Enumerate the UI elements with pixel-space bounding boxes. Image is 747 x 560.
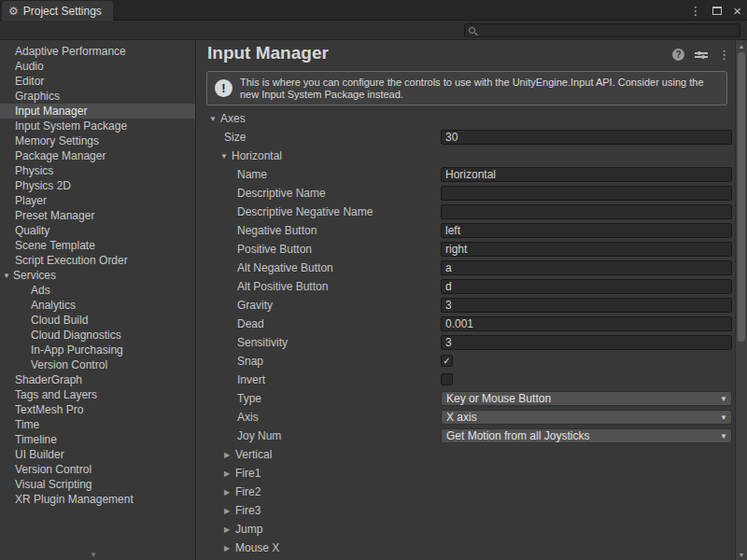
alt-positive-button-row: Alt Positive Button	[197, 277, 735, 296]
foldout-label: Jump	[235, 523, 262, 536]
sidebar-item-label: Timeline	[15, 433, 57, 446]
descriptive-name-row: Descriptive Name	[197, 184, 735, 203]
sidebar-item-xr-plugin-management[interactable]: XR Plugin Management	[0, 492, 195, 507]
sidebar-scroll-down-icon[interactable]: ▼	[90, 551, 97, 559]
context-menu-icon[interactable]: ⋮	[718, 49, 730, 61]
tab-title: Project Settings	[23, 5, 102, 18]
foldout-label: Vertical	[235, 448, 272, 461]
jump-foldout[interactable]: ▶ Jump	[197, 520, 735, 539]
close-icon[interactable]: ×	[733, 4, 741, 18]
sidebar-item-label: UI Builder	[15, 448, 64, 461]
sidebar-item-audio[interactable]: Audio	[0, 59, 195, 74]
window-controls: ⋮ ×	[689, 0, 741, 21]
mouse-x-foldout[interactable]: ▶ Mouse X	[197, 539, 735, 557]
search-input[interactable]	[479, 25, 736, 36]
sidebar-item-preset-manager[interactable]: Preset Manager	[0, 208, 195, 223]
sidebar-item-shadergraph[interactable]: ShaderGraph	[0, 372, 195, 387]
sidebar-item-input-system-package[interactable]: Input System Package	[0, 119, 195, 133]
alt-negative-button-row: Alt Negative Button	[197, 259, 735, 277]
property-label: Negative Button	[237, 224, 317, 237]
sidebar-item-textmesh-pro[interactable]: TextMesh Pro	[0, 402, 195, 417]
foldout-closed-icon: ▶	[224, 544, 235, 553]
property-label: Joy Num	[237, 429, 281, 442]
sidebar-item-label: Graphics	[15, 90, 60, 103]
alt-negative-button-field[interactable]	[441, 260, 732, 275]
sidebar-item-in-app-purchasing[interactable]: In-App Purchasing	[0, 343, 195, 357]
horizontal-foldout[interactable]: ▼ Horizontal	[197, 147, 735, 165]
snap-checkbox[interactable]: ✓	[441, 355, 453, 367]
sidebar-item-label: Visual Scripting	[15, 478, 92, 491]
sidebar-item-player[interactable]: Player	[0, 193, 195, 208]
tab-project-settings[interactable]: ⚙ Project Settings	[2, 1, 113, 21]
sidebar-item-adaptive-performance[interactable]: Adaptive Performance	[0, 44, 195, 59]
dead-field[interactable]	[441, 316, 732, 331]
descriptive-name-field[interactable]	[441, 186, 732, 201]
info-text: This is where you can configure the cont…	[240, 77, 719, 101]
sidebar-item-label: ShaderGraph	[15, 373, 82, 386]
sidebar-item-input-manager[interactable]: Input Manager	[0, 104, 195, 119]
sidebar-item-services[interactable]: ▼Services	[0, 268, 195, 283]
scroll-down-icon[interactable]: ▼	[736, 549, 747, 560]
sidebar-item-physics[interactable]: Physics	[0, 163, 195, 178]
sidebar-item-visual-scripting[interactable]: Visual Scripting	[0, 477, 195, 492]
sidebar-item-cloud-diagnostics[interactable]: Cloud Diagnostics	[0, 328, 195, 343]
size-field[interactable]	[441, 130, 732, 145]
sidebar-item-graphics[interactable]: Graphics	[0, 89, 195, 104]
invert-checkbox[interactable]	[441, 373, 453, 385]
sidebar-item-scene-template[interactable]: Scene Template	[0, 238, 195, 253]
sidebar-item-time[interactable]: Time	[0, 417, 195, 432]
descriptive-negative-name-field[interactable]	[441, 204, 732, 219]
fire3-foldout[interactable]: ▶ Fire3	[197, 501, 735, 520]
axes-foldout[interactable]: ▼ Axes	[197, 109, 735, 128]
sidebar-item-timeline[interactable]: Timeline	[0, 432, 195, 447]
axes-tree: ▼ Axes Size ▼ Horizontal Name Descriptiv…	[197, 109, 735, 557]
sidebar-item-memory-settings[interactable]: Memory Settings	[0, 133, 195, 148]
type-dropdown[interactable]: Key or Mouse Button ▼	[441, 391, 732, 406]
fire2-foldout[interactable]: ▶ Fire2	[197, 483, 735, 501]
sidebar-item-package-manager[interactable]: Package Manager	[0, 148, 195, 163]
scrollbar-thumb[interactable]	[738, 52, 745, 342]
sidebar-item-ui-builder[interactable]: UI Builder	[0, 447, 195, 462]
sidebar-item-analytics[interactable]: Analytics	[0, 298, 195, 313]
property-label: Alt Negative Button	[237, 261, 333, 274]
sidebar-item-tags-and-layers[interactable]: Tags and Layers	[0, 387, 195, 402]
sidebar-item-label: Editor	[15, 75, 44, 88]
sidebar-item-quality[interactable]: Quality	[0, 223, 195, 238]
sidebar-item-label: Cloud Build	[31, 314, 88, 327]
gravity-row: Gravity	[197, 296, 735, 315]
maximize-icon[interactable]	[712, 7, 722, 15]
sidebar-item-version-control[interactable]: Version Control	[0, 462, 195, 477]
alt-positive-button-field[interactable]	[441, 279, 732, 294]
input-manager-panel: Input Manager ? ⋮ ! This is where you ca…	[197, 40, 735, 560]
vertical-foldout[interactable]: ▶ Vertical	[197, 445, 735, 464]
sidebar-item-cloud-build[interactable]: Cloud Build	[0, 313, 195, 328]
vertical-scrollbar[interactable]: ▲ ▼	[735, 40, 747, 560]
search-box[interactable]	[464, 23, 740, 37]
sidebar-item-label: Analytics	[31, 299, 76, 312]
property-label: Type	[237, 392, 261, 405]
sidebar-item-label: Script Execution Order	[15, 254, 128, 267]
negative-button-field[interactable]	[441, 223, 732, 238]
axis-dropdown[interactable]: X axis ▼	[441, 410, 732, 425]
preset-icon[interactable]	[695, 49, 708, 61]
positive-button-field[interactable]	[441, 242, 732, 257]
dropdown-value: Get Motion from all Joysticks	[446, 429, 589, 442]
chevron-down-icon: ▼	[720, 395, 727, 403]
sidebar-item-script-execution-order[interactable]: Script Execution Order	[0, 253, 195, 268]
sensitivity-field[interactable]	[441, 335, 732, 350]
gravity-field[interactable]	[441, 298, 732, 313]
scroll-up-icon[interactable]: ▲	[736, 40, 747, 51]
settings-sidebar: Adaptive Performance Audio Editor Graphi…	[0, 40, 196, 560]
name-field[interactable]	[441, 167, 732, 182]
window-menu-icon[interactable]: ⋮	[689, 5, 701, 17]
property-label: Axis	[237, 411, 259, 424]
sidebar-item-editor[interactable]: Editor	[0, 74, 195, 89]
sidebar-item-physics-2d[interactable]: Physics 2D	[0, 178, 195, 193]
sidebar-item-ads[interactable]: Ads	[0, 283, 195, 298]
sidebar-item-label: Adaptive Performance	[15, 45, 126, 58]
foldout-closed-icon: ▶	[224, 451, 235, 459]
sidebar-item-version-control-services[interactable]: Version Control	[0, 357, 195, 372]
help-icon[interactable]: ?	[672, 49, 684, 61]
joy-num-dropdown[interactable]: Get Motion from all Joysticks ▼	[441, 428, 732, 443]
fire1-foldout[interactable]: ▶ Fire1	[197, 464, 735, 483]
